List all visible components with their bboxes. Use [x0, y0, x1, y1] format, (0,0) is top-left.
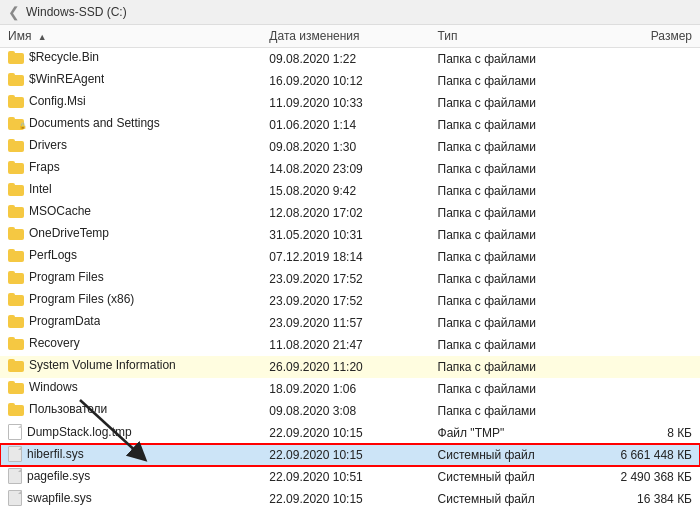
- table-header-row: Имя ▲ Дата изменения Тип Размер: [0, 25, 700, 48]
- table-row[interactable]: Intel15.08.2020 9:42Папка с файлами: [0, 180, 700, 202]
- file-size: [598, 268, 700, 290]
- file-name: Drivers: [29, 138, 67, 152]
- file-date: 23.09.2020 17:52: [261, 290, 429, 312]
- file-size: [598, 400, 700, 422]
- folder-icon: [8, 359, 24, 372]
- file-type: Папка с файлами: [430, 70, 598, 92]
- file-name: Recovery: [29, 336, 80, 350]
- folder-icon: [8, 337, 24, 350]
- file-type: Папка с файлами: [430, 312, 598, 334]
- table-row[interactable]: ProgramData23.09.2020 11:57Папка с файла…: [0, 312, 700, 334]
- folder-icon: [8, 315, 24, 328]
- folder-icon: [8, 293, 24, 306]
- file-date: 15.08.2020 9:42: [261, 180, 429, 202]
- file-name: ProgramData: [29, 314, 100, 328]
- title-bar: ❮ Windows-SSD (C:): [0, 0, 700, 25]
- file-size: [598, 378, 700, 400]
- table-row[interactable]: $Recycle.Bin09.08.2020 1:22Папка с файла…: [0, 48, 700, 70]
- folder-icon: [8, 403, 24, 416]
- folder-icon: [8, 95, 24, 108]
- folder-icon: [8, 249, 24, 262]
- file-date: 22.09.2020 10:51: [261, 466, 429, 488]
- col-header-date[interactable]: Дата изменения: [261, 25, 429, 48]
- file-type: Папка с файлами: [430, 114, 598, 136]
- folder-icon: [8, 227, 24, 240]
- file-size: [598, 92, 700, 114]
- col-header-type[interactable]: Тип: [430, 25, 598, 48]
- file-explorer: ❮ Windows-SSD (C:) Имя ▲ Дата изменения …: [0, 0, 700, 510]
- table-row[interactable]: $WinREAgent16.09.2020 10:12Папка с файла…: [0, 70, 700, 92]
- file-type: Папка с файлами: [430, 290, 598, 312]
- file-date: 11.09.2020 10:33: [261, 92, 429, 114]
- table-row[interactable]: OneDriveTemp31.05.2020 10:31Папка с файл…: [0, 224, 700, 246]
- table-row[interactable]: Windows18.09.2020 1:06Папка с файлами: [0, 378, 700, 400]
- file-name: Program Files (x86): [29, 292, 134, 306]
- file-name: System Volume Information: [29, 358, 176, 372]
- table-row[interactable]: System Volume Information26.09.2020 11:2…: [0, 356, 700, 378]
- table-row[interactable]: Config.Msi11.09.2020 10:33Папка с файлам…: [0, 92, 700, 114]
- table-row[interactable]: Пользователи09.08.2020 3:08Папка с файла…: [0, 400, 700, 422]
- file-type: Системный файл: [430, 466, 598, 488]
- folder-icon: [8, 73, 24, 86]
- system-file-icon: [8, 490, 22, 506]
- sort-arrow-icon: ▲: [38, 32, 47, 42]
- file-size: [598, 70, 700, 92]
- file-name: $Recycle.Bin: [29, 50, 99, 64]
- file-date: 26.09.2020 11:20: [261, 356, 429, 378]
- system-file-icon: [8, 468, 22, 484]
- file-name: $WinREAgent: [29, 72, 104, 86]
- file-size: [598, 334, 700, 356]
- table-row[interactable]: 🔒Documents and Settings01.06.2020 1:14Па…: [0, 114, 700, 136]
- folder-icon: [8, 205, 24, 218]
- file-name: swapfile.sys: [27, 491, 92, 505]
- file-size: [598, 224, 700, 246]
- file-name: pagefile.sys: [27, 469, 90, 483]
- table-row[interactable]: MSOCache12.08.2020 17:02Папка с файлами: [0, 202, 700, 224]
- file-date: 18.09.2020 1:06: [261, 378, 429, 400]
- col-header-size[interactable]: Размер: [598, 25, 700, 48]
- table-row[interactable]: hiberfil.sys22.09.2020 10:15Системный фа…: [0, 444, 700, 466]
- table-row[interactable]: Fraps14.08.2020 23:09Папка с файлами: [0, 158, 700, 180]
- file-type: Папка с файлами: [430, 180, 598, 202]
- folder-icon: [8, 381, 24, 394]
- file-list-table: Имя ▲ Дата изменения Тип Размер $Recycle…: [0, 25, 700, 510]
- file-size: [598, 312, 700, 334]
- file-size: [598, 158, 700, 180]
- col-size-label: Размер: [651, 29, 692, 43]
- table-row[interactable]: Recovery11.08.2020 21:47Папка с файлами: [0, 334, 700, 356]
- file-type: Папка с файлами: [430, 400, 598, 422]
- file-size: [598, 290, 700, 312]
- table-row[interactable]: swapfile.sys22.09.2020 10:15Системный фа…: [0, 488, 700, 510]
- file-type: Папка с файлами: [430, 356, 598, 378]
- file-type: Папка с файлами: [430, 334, 598, 356]
- table-row[interactable]: pagefile.sys22.09.2020 10:51Системный фа…: [0, 466, 700, 488]
- file-type: Папка с файлами: [430, 268, 598, 290]
- file-date: 16.09.2020 10:12: [261, 70, 429, 92]
- file-type: Папка с файлами: [430, 378, 598, 400]
- folder-icon: [8, 271, 24, 284]
- file-name: PerfLogs: [29, 248, 77, 262]
- file-date: 09.08.2020 1:30: [261, 136, 429, 158]
- table-row[interactable]: Program Files23.09.2020 17:52Папка с фай…: [0, 268, 700, 290]
- folder-icon: [8, 183, 24, 196]
- chevron-left-icon: ❮: [8, 4, 20, 20]
- file-date: 12.08.2020 17:02: [261, 202, 429, 224]
- file-date: 23.09.2020 11:57: [261, 312, 429, 334]
- table-row[interactable]: Drivers09.08.2020 1:30Папка с файлами: [0, 136, 700, 158]
- table-row[interactable]: PerfLogs07.12.2019 18:14Папка с файлами: [0, 246, 700, 268]
- file-date: 14.08.2020 23:09: [261, 158, 429, 180]
- col-name-label: Имя: [8, 29, 31, 43]
- file-size: [598, 246, 700, 268]
- folder-icon: [8, 51, 24, 64]
- file-size: [598, 180, 700, 202]
- file-type: Папка с файлами: [430, 48, 598, 70]
- table-row[interactable]: Program Files (x86)23.09.2020 17:52Папка…: [0, 290, 700, 312]
- file-name: Intel: [29, 182, 52, 196]
- file-name: Windows: [29, 380, 78, 394]
- folder-lock-icon: 🔒: [8, 117, 24, 130]
- table-row[interactable]: DumpStack.log.tmp22.09.2020 10:15Файл "T…: [0, 422, 700, 444]
- file-name: Documents and Settings: [29, 116, 160, 130]
- col-header-name[interactable]: Имя ▲: [0, 25, 261, 48]
- file-type: Папка с файлами: [430, 202, 598, 224]
- folder-icon: [8, 139, 24, 152]
